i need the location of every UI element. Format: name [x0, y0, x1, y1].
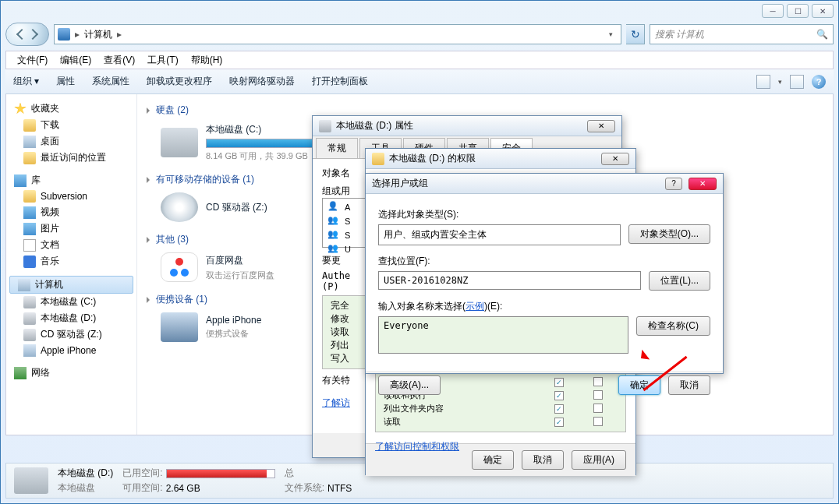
names-label: 输入对象名称来选择(示例)(E): [378, 297, 710, 316]
cancel-button[interactable]: 取消 [522, 450, 564, 470]
refresh-button[interactable]: ↻ [626, 24, 645, 44]
sidebar-favorites[interactable]: 收藏夹 [6, 100, 136, 117]
disk-icon [23, 296, 36, 308]
allow-checkbox[interactable]: ✓ [554, 418, 564, 427]
examples-link[interactable]: 示例 [466, 301, 484, 312]
cd-icon [23, 329, 36, 341]
cancel-button[interactable]: 取消 [668, 375, 710, 395]
sidebar-pictures[interactable]: 图片 [6, 220, 136, 237]
sidebar-disk-c[interactable]: 本地磁盘 (C:) [6, 294, 136, 310]
menu-help[interactable]: 帮助(H) [186, 52, 228, 69]
check-names-button[interactable]: 检查名称(C) [636, 316, 710, 336]
help-button[interactable]: ? [665, 178, 682, 190]
free-value: 2.64 GB [166, 483, 200, 494]
computer-icon [58, 28, 70, 41]
folder-icon [372, 153, 384, 165]
learn-link[interactable]: 了解访 [322, 397, 350, 408]
maximize-button[interactable]: ☐ [787, 4, 809, 18]
fs-value: NTFS [327, 483, 352, 494]
breadcrumb[interactable]: 计算机 [84, 28, 112, 41]
close-button[interactable]: ✕ [587, 120, 615, 132]
sidebar-computer[interactable]: 计算机 [9, 276, 133, 294]
forward-button[interactable] [27, 29, 38, 40]
view-options-icon[interactable] [756, 75, 770, 89]
search-icon[interactable]: 🔍 [816, 29, 828, 40]
folder-icon [23, 119, 36, 132]
drive-name: CD 驱动器 (Z:) [206, 201, 267, 214]
toolbar-properties[interactable]: 属性 [56, 75, 75, 88]
apply-button[interactable]: 应用(A) [572, 450, 626, 470]
organize-button[interactable]: 组织 ▾ [13, 75, 39, 88]
object-names-input[interactable]: Everyone [378, 316, 628, 354]
object-types-button[interactable]: 对象类型(O)... [628, 224, 710, 244]
sidebar-videos[interactable]: 视频 [6, 204, 136, 220]
locations-button[interactable]: 位置(L)... [649, 271, 710, 291]
total-label: 总 [285, 467, 294, 480]
menu-view[interactable]: 查看(V) [99, 52, 140, 69]
close-button[interactable]: ✕ [812, 4, 834, 18]
address-dropdown[interactable]: ▾ [604, 30, 618, 38]
free-label: 可用空间: [122, 481, 162, 495]
dialog-titlebar[interactable]: 选择用户或组 ? ✕ [366, 174, 723, 194]
toolbar-system-properties[interactable]: 系统属性 [92, 75, 129, 88]
select-user-dialog: 选择用户或组 ? ✕ 选择此对象类型(S): 用户、组或内置安全主体 对象类型(… [365, 173, 724, 374]
advanced-button[interactable]: 高级(A)... [378, 375, 441, 395]
close-button[interactable]: ✕ [689, 178, 717, 190]
document-icon [23, 239, 36, 252]
menu-edit[interactable]: 编辑(E) [55, 52, 96, 69]
sidebar-subversion[interactable]: Subversion [6, 189, 136, 204]
perm-row-read: 读取✓ [384, 415, 618, 428]
sidebar-cd-drive[interactable]: CD 驱动器 (Z:) [6, 326, 136, 343]
sidebar-documents[interactable]: 文档 [6, 237, 136, 253]
dialog-title: 本地磁盘 (D:) 的权限 [389, 152, 476, 165]
dialog-footer: 高级(A)... 确定 取消 [366, 371, 723, 404]
sidebar-disk-d[interactable]: 本地磁盘 (D:) [6, 310, 136, 326]
toolbar-uninstall[interactable]: 卸载或更改程序 [147, 75, 212, 88]
baidu-icon [161, 252, 198, 282]
deny-checkbox[interactable] [593, 404, 603, 413]
object-type-field: 用户、组或内置安全主体 [378, 224, 621, 245]
cd-icon [161, 192, 198, 222]
search-input[interactable]: 搜索 计算机 🔍 [650, 24, 834, 44]
sidebar-network[interactable]: 网络 [6, 365, 136, 381]
sidebar-music[interactable]: 音乐 [6, 253, 136, 270]
preview-pane-icon[interactable] [790, 75, 804, 89]
navigation-pane: 收藏夹 下载 桌面 最近访问的位置 库 Subversion 视频 图片 文档 … [6, 94, 137, 435]
item-sub: 双击运行百度网盘 [206, 270, 274, 281]
minimize-button[interactable]: ─ [762, 4, 784, 18]
learn-access-link[interactable]: 了解访问控制和权限 [375, 441, 459, 452]
dialog-titlebar[interactable]: 本地磁盘 (D:) 属性 ✕ [313, 116, 621, 136]
recent-icon [23, 152, 36, 164]
tab-general[interactable]: 常规 [316, 138, 358, 158]
toolbar-control-panel[interactable]: 打开控制面板 [312, 75, 368, 88]
dialog-titlebar[interactable]: 本地磁盘 (D:) 的权限 ✕ [366, 149, 635, 169]
item-name: 百度网盘 [206, 254, 274, 267]
disk-icon [319, 120, 331, 132]
nav-buttons [5, 23, 49, 46]
menu-tools[interactable]: 工具(T) [143, 52, 182, 69]
sidebar-recent[interactable]: 最近访问的位置 [6, 150, 136, 166]
sidebar-libraries[interactable]: 库 [6, 172, 136, 189]
menubar: 文件(F) 编辑(E) 查看(V) 工具(T) 帮助(H) [5, 51, 834, 69]
ok-button[interactable]: 确定 [472, 450, 514, 470]
close-button[interactable]: ✕ [601, 153, 629, 165]
ok-button[interactable]: 确定 [618, 375, 660, 395]
used-bar [166, 469, 275, 478]
menu-file[interactable]: 文件(F) [12, 52, 52, 69]
sidebar-desktop[interactable]: 桌面 [6, 133, 136, 150]
breadcrumb-arrow[interactable]: ▸ [117, 29, 122, 40]
item-sub: 便携式设备 [206, 328, 261, 340]
help-icon[interactable]: ? [812, 75, 826, 89]
toolbar-map-drive[interactable]: 映射网络驱动器 [229, 75, 295, 88]
address-row: ▸ 计算机 ▸ ▾ ↻ 搜索 计算机 🔍 [5, 23, 834, 46]
address-bar[interactable]: ▸ 计算机 ▸ ▾ [54, 24, 621, 44]
allow-checkbox[interactable]: ✓ [554, 404, 564, 414]
folder-icon [23, 190, 36, 203]
breadcrumb-arrow[interactable]: ▸ [75, 29, 80, 40]
location-label: 查找位置(F): [378, 252, 710, 271]
sidebar-downloads[interactable]: 下载 [6, 117, 136, 133]
deny-checkbox[interactable] [593, 417, 603, 426]
object-type-label: 选择此对象类型(S): [378, 205, 710, 224]
back-button[interactable] [16, 29, 27, 40]
sidebar-iphone[interactable]: Apple iPhone [6, 343, 136, 358]
